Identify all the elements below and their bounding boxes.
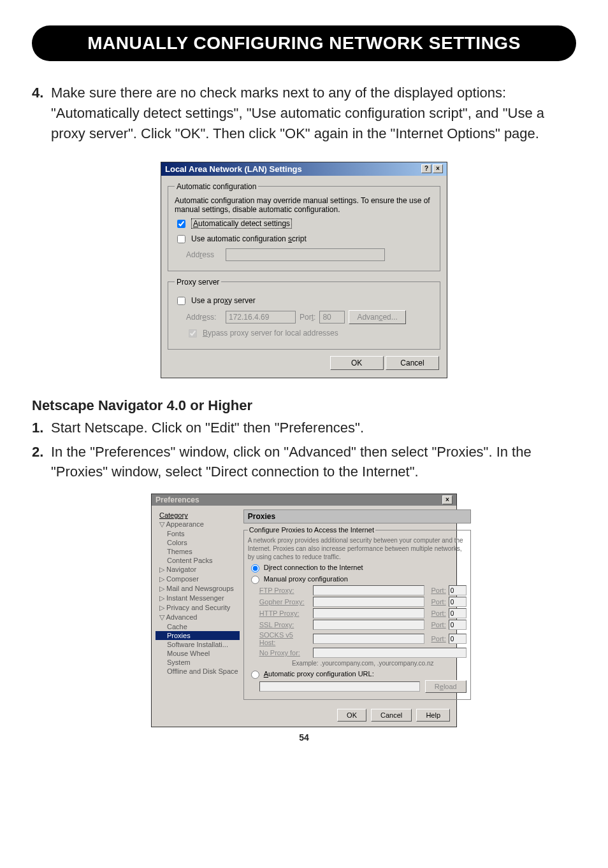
use-proxy-label: Use a proxy server [191,296,256,305]
noproxy-label: No Proxy for: [259,649,310,657]
socks-label: SOCKS v5 Host: [259,631,310,646]
tree-item[interactable]: ▽ Appearance [156,520,240,529]
proxy-server-group: Proxy server Use a proxy server Address:… [168,278,440,350]
tree-item[interactable]: ▷ Composer [156,574,240,584]
http-input[interactable] [313,608,424,618]
help-button[interactable]: Help [416,709,450,722]
close-button[interactable]: × [433,164,443,173]
proxy-port-label: Port: [300,313,315,322]
prefs-title: Preferences [156,495,441,504]
gopher-label: Gopher Proxy: [259,598,310,606]
proxy-address-label: Address: [186,313,222,322]
tree-item[interactable]: Mouse Wheel [156,649,240,658]
auto-config-legend: Automatic configuration [175,182,258,191]
ssl-port[interactable] [449,620,467,630]
netscape-step-2: 2. In the "Preferences" window, click on… [32,442,576,483]
gopher-input[interactable] [313,597,424,607]
step-text: In the "Preferences" window, click on "A… [51,442,576,483]
step-4-text: Make sure there are no check marks next … [51,83,576,144]
proxy-address-input[interactable] [226,311,296,324]
port-label: Port: [427,635,446,643]
proxies-intro: A network proxy provides additional secu… [248,536,467,561]
tree-item[interactable]: Colors [156,538,240,547]
ftp-port[interactable] [449,585,467,595]
tree-item[interactable]: System [156,658,240,667]
netscape-subheading: Netscape Navigator 4.0 or Higher [32,397,576,414]
category-tree[interactable]: Category ▽ Appearance Fonts Colors Theme… [156,509,240,700]
prefs-titlebar: Preferences × [152,494,456,506]
step-number: 1. [32,418,51,438]
tree-item-proxies[interactable]: Proxies [156,631,240,640]
step-number: 2. [32,442,51,483]
direct-connection-label: Direct connection to the Internet [264,564,363,571]
gopher-port[interactable] [449,597,467,607]
manual-proxy-radio[interactable] [251,576,259,584]
page-title-text: MANUALLY CONFIGURING NETWORK SETTINGS [87,33,521,53]
advanced-button[interactable]: Advanced... [349,310,405,324]
step-text: Start Netscape. Click on "Edit" then "Pr… [51,418,576,438]
tree-item[interactable]: Themes [156,547,240,556]
use-script-checkbox[interactable] [177,235,185,243]
use-proxy-checkbox[interactable] [177,297,185,305]
tree-item[interactable]: ▷ Privacy and Security [156,603,240,613]
use-script-label: Use automatic configuration script [191,234,307,243]
cancel-button[interactable]: Cancel [371,709,412,722]
port-label: Port: [427,587,446,594]
tree-item[interactable]: Content Packs [156,556,240,565]
automatic-configuration-group: Automatic configuration Automatic config… [168,182,440,271]
reload-button[interactable]: Reload [425,680,467,693]
proxy-server-legend: Proxy server [175,278,221,287]
netscape-step-1: 1. Start Netscape. Click on "Edit" then … [32,418,576,438]
port-label: Port: [427,621,446,629]
category-header: Category [156,511,240,520]
proxy-port-input[interactable] [319,311,345,324]
script-address-label: Address [186,250,222,259]
bypass-checkbox[interactable] [189,329,197,338]
ftp-input[interactable] [313,585,424,595]
panel-title: Proxies [243,509,471,523]
ok-button[interactable]: OK [330,356,384,370]
ssl-input[interactable] [313,620,424,630]
page-number: 54 [32,732,576,743]
tree-item[interactable]: Cache [156,622,240,631]
help-button[interactable]: ? [421,164,431,173]
manual-proxy-label: Manual proxy configuration [264,575,348,583]
http-label: HTTP Proxy: [259,609,310,617]
port-label: Port: [427,609,446,617]
auto-config-desc: Automatic configuration may override man… [175,196,433,214]
port-label: Port: [427,598,446,606]
tree-item[interactable]: ▽ Advanced [156,613,240,622]
socks-port[interactable] [449,634,467,644]
close-button[interactable]: × [442,495,452,504]
tree-item[interactable]: Software Installati... [156,640,240,649]
tree-item[interactable]: ▷ Navigator [156,565,240,574]
ssl-label: SSL Proxy: [259,621,310,629]
example-text: Example: .yourcompany.com, .yourcompany.… [259,659,467,667]
noproxy-input[interactable] [313,648,467,658]
tree-item[interactable]: ▷ Mail and Newsgroups [156,584,240,594]
auto-proxy-radio[interactable] [251,671,259,679]
auto-detect-checkbox[interactable] [177,220,185,228]
tree-item[interactable]: ▷ Instant Messenger [156,594,240,603]
preferences-dialog: Preferences × Category ▽ Appearance Font… [151,494,457,727]
tree-item[interactable]: Fonts [156,529,240,538]
script-address-input[interactable] [226,248,385,261]
cancel-button[interactable]: Cancel [386,356,439,370]
step-4-number: 4. [32,83,51,144]
ok-button[interactable]: OK [337,709,366,722]
configure-proxies-legend: Configure Proxies to Access the Internet [248,526,375,534]
bypass-label: Bypass proxy server for local addresses [203,329,338,338]
page-title-bar: MANUALLY CONFIGURING NETWORK SETTINGS [32,25,576,61]
auto-proxy-url-input[interactable] [259,681,420,692]
auto-detect-label: AAutomatically detect settingsutomatical… [191,218,292,229]
ftp-label: FTP Proxy: [259,587,310,594]
lan-settings-dialog: Local Area Network (LAN) Settings ? × Au… [161,162,447,378]
tree-item[interactable]: Offline and Disk Space [156,667,240,676]
http-port[interactable] [449,608,467,618]
auto-proxy-label: Automatic proxy configuration URL: [264,670,374,678]
lan-dialog-title: Local Area Network (LAN) Settings [165,164,420,174]
lan-dialog-titlebar: Local Area Network (LAN) Settings ? × [161,162,447,176]
socks-input[interactable] [313,634,424,644]
direct-connection-radio[interactable] [251,564,259,573]
step-4: 4. Make sure there are no check marks ne… [32,83,576,144]
